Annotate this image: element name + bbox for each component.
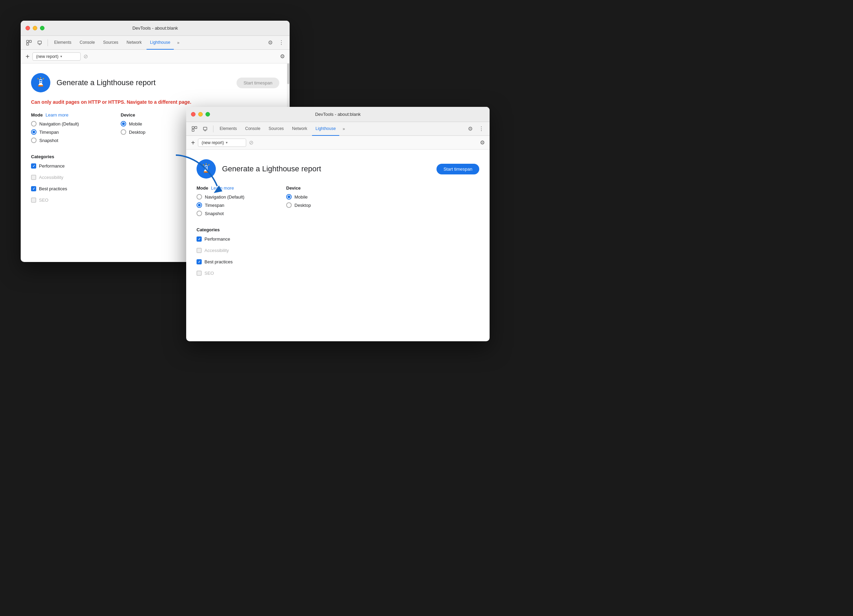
start-timespan-button-2[interactable]: Start timespan	[437, 164, 479, 174]
more-tabs-icon-2[interactable]: »	[341, 126, 347, 131]
cat-seo-2[interactable]: SEO	[197, 271, 479, 276]
device-desktop-radio-1[interactable]	[121, 129, 126, 135]
tab-sources-2[interactable]: Sources	[265, 122, 287, 136]
categories-section-2: Categories ✓ Performance Accessibility ✓	[197, 227, 479, 279]
tab-sources-1[interactable]: Sources	[100, 36, 122, 50]
cat-seo-checkbox-2[interactable]	[197, 271, 202, 276]
lh-settings-button-2[interactable]: ⚙	[480, 139, 485, 146]
add-report-button-1[interactable]: +	[26, 53, 30, 60]
device-mobile-radio-1[interactable]	[121, 121, 126, 126]
inspector-icon-2[interactable]	[190, 124, 199, 134]
cat-accessibility-2[interactable]: Accessibility	[197, 248, 479, 253]
cat-accessibility-label-2: Accessibility	[205, 248, 229, 253]
mode-snapshot-radio-1[interactable]	[31, 138, 36, 143]
lh-header-2: Generate a Lighthouse report Start times…	[197, 159, 479, 179]
svg-rect-1	[27, 43, 29, 45]
cat-seo-label-2: SEO	[205, 271, 214, 276]
cat-accessibility-checkbox-1[interactable]	[31, 175, 36, 180]
device-toggle-icon-1[interactable]	[35, 38, 45, 47]
report-selector-2[interactable]: (new report) ▾	[198, 138, 246, 147]
inspector-icon-1[interactable]	[24, 38, 34, 47]
mode-navigation-1[interactable]: Navigation (Default)	[31, 121, 93, 126]
lh-settings-button-1[interactable]: ⚙	[280, 53, 285, 60]
more-options-icon-1[interactable]: ⋮	[276, 38, 286, 47]
mode-navigation-2[interactable]: Navigation (Default)	[197, 194, 259, 200]
mode-snapshot-1[interactable]: Snapshot	[31, 138, 93, 143]
add-report-button-2[interactable]: +	[191, 139, 195, 146]
mode-navigation-radio-1[interactable]	[31, 121, 36, 126]
clear-report-button-2[interactable]: ⊘	[249, 139, 253, 146]
mode-snapshot-label-1: Snapshot	[39, 138, 58, 143]
cat-performance-2[interactable]: ✓ Performance	[197, 237, 479, 242]
device-toggle-icon-2[interactable]	[201, 124, 210, 134]
cat-best-practices-checkbox-1[interactable]: ✓	[31, 186, 36, 191]
mode-snapshot-2[interactable]: Snapshot	[197, 211, 259, 216]
device-title-1: Device	[121, 112, 183, 118]
cat-best-practices-check-2: ✓	[198, 260, 201, 264]
device-desktop-radio-2[interactable]	[286, 202, 292, 208]
device-mobile-1[interactable]: Mobile	[121, 121, 183, 126]
mode-navigation-radio-2[interactable]	[197, 194, 202, 200]
settings-icon-2[interactable]: ⚙	[466, 124, 475, 134]
settings-icon-1[interactable]: ⚙	[266, 38, 275, 47]
lh-main-title-1: Generate a Lighthouse report	[56, 78, 237, 87]
maximize-button-1[interactable]	[40, 26, 44, 30]
mode-navigation-label-2: Navigation (Default)	[205, 194, 244, 200]
tab-lighthouse-2[interactable]: Lighthouse	[312, 122, 339, 136]
tab-console-1[interactable]: Console	[76, 36, 98, 50]
cat-accessibility-checkbox-2[interactable]	[197, 248, 202, 253]
more-options-icon-2[interactable]: ⋮	[477, 124, 486, 134]
mode-learn-more-1[interactable]: Learn more	[46, 112, 68, 118]
close-button-1[interactable]	[26, 26, 30, 30]
cat-seo-checkbox-1[interactable]	[31, 197, 36, 203]
tab-elements-1[interactable]: Elements	[51, 36, 75, 50]
lighthouse-logo-1	[31, 73, 50, 93]
device-desktop-1[interactable]: Desktop	[121, 129, 183, 135]
mode-timespan-radio-1[interactable]	[31, 129, 36, 135]
svg-rect-26	[205, 166, 207, 167]
report-selector-1[interactable]: (new report) ▾	[32, 52, 81, 61]
svg-rect-16	[192, 129, 194, 131]
more-tabs-icon-1[interactable]: »	[175, 40, 182, 45]
device-mobile-radio-2[interactable]	[286, 194, 292, 200]
cat-performance-checkbox-1[interactable]: ✓	[31, 163, 36, 168]
cat-best-practices-2[interactable]: ✓ Best practices	[197, 259, 479, 264]
tab-network-1[interactable]: Network	[123, 36, 145, 50]
lh-error-message-1: Can only audit pages on HTTP or HTTPS. N…	[31, 99, 279, 105]
mode-snapshot-radio-2[interactable]	[197, 211, 202, 216]
svg-rect-13	[38, 85, 43, 86]
mode-navigation-label-1: Navigation (Default)	[39, 121, 79, 126]
minimize-button-2[interactable]	[198, 112, 203, 117]
close-button-2[interactable]	[191, 112, 196, 117]
svg-rect-19	[205, 130, 206, 131]
maximize-button-2[interactable]	[205, 112, 210, 117]
mode-timespan-2[interactable]: Timespan	[197, 202, 259, 208]
mode-learn-more-2[interactable]: Learn more	[211, 185, 234, 191]
mode-timespan-1[interactable]: Timespan	[31, 129, 93, 135]
tab-console-2[interactable]: Console	[242, 122, 264, 136]
clear-report-button-1[interactable]: ⊘	[83, 53, 88, 60]
categories-title-2: Categories	[197, 227, 479, 232]
traffic-lights-2	[191, 112, 210, 117]
tab-lighthouse-1[interactable]: Lighthouse	[147, 36, 174, 50]
svg-rect-15	[192, 126, 194, 129]
device-mobile-2[interactable]: Mobile	[286, 194, 348, 200]
mode-timespan-radio-inner-1	[32, 130, 35, 134]
categories-list-2: ✓ Performance Accessibility ✓ Best pract…	[197, 237, 479, 279]
mode-timespan-radio-2[interactable]	[197, 202, 202, 208]
svg-rect-17	[195, 126, 197, 129]
device-desktop-label-1: Desktop	[129, 130, 146, 135]
tab-network-2[interactable]: Network	[288, 122, 311, 136]
device-mobile-label-1: Mobile	[129, 121, 142, 126]
lh-header-1: Generate a Lighthouse report Start times…	[31, 73, 279, 93]
mode-device-section-2: Mode Learn more Navigation (Default) Tim…	[197, 185, 479, 219]
cat-seo-label-1: SEO	[39, 197, 48, 203]
cat-performance-checkbox-2[interactable]: ✓	[197, 237, 202, 242]
cat-best-practices-checkbox-2[interactable]: ✓	[197, 259, 202, 264]
mode-title-2: Mode Learn more	[197, 185, 259, 191]
minimize-button-1[interactable]	[33, 26, 37, 30]
devtools-tabbar-2: Elements Console Sources Network Lightho…	[186, 122, 490, 136]
tab-elements-2[interactable]: Elements	[216, 122, 240, 136]
start-timespan-button-1[interactable]: Start timespan	[237, 77, 279, 88]
device-desktop-2[interactable]: Desktop	[286, 202, 348, 208]
